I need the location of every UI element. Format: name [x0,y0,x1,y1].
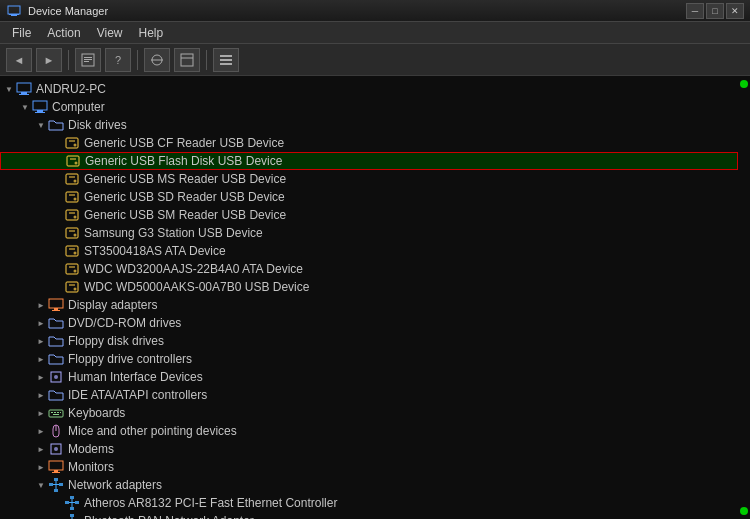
svg-point-43 [74,270,77,273]
tree-item-computer[interactable]: ▼Computer [0,98,738,116]
toolbar-separator-2 [137,50,138,70]
bottom-indicator [740,507,748,515]
expand-icon-root[interactable]: ▼ [4,83,14,95]
svg-rect-32 [66,210,78,220]
tree-item-ide[interactable]: ►IDE ATA/ATAPI controllers [0,386,738,404]
expand-icon-computer[interactable]: ▼ [20,101,30,113]
menu-help[interactable]: Help [131,24,172,42]
expand-icon-dvd-drives[interactable]: ► [36,317,46,329]
expand-icon-bluetooth-pan [52,515,62,519]
expand-icon-st3500 [52,245,62,257]
expand-icon-keyboards[interactable]: ► [36,407,46,419]
tree-item-floppy-ctrl[interactable]: ►Floppy drive controllers [0,350,738,368]
svg-rect-13 [220,63,232,65]
tree-item-keyboards[interactable]: ►Keyboards [0,404,738,422]
menu-view[interactable]: View [89,24,131,42]
device-icon-samsung [64,225,80,241]
tree-item-sm-reader[interactable]: Generic USB SM Reader USB Device [0,206,738,224]
scan-button[interactable] [144,48,170,72]
expand-icon-disk-drives[interactable]: ▼ [36,119,46,131]
item-label-keyboards: Keyboards [68,406,125,420]
tree-item-wdc3200[interactable]: WDC WD3200AAJS-22B4A0 ATA Device [0,260,738,278]
device-icon-computer [32,99,48,115]
expand-icon-display-adapters[interactable]: ► [36,299,46,311]
window-title: Device Manager [28,5,686,17]
forward-button[interactable]: ► [36,48,62,72]
menu-action[interactable]: Action [39,24,88,42]
expand-icon-ms-reader [52,173,62,185]
tree-item-display-adapters[interactable]: ►Display adapters [0,296,738,314]
item-label-st3500: ST3500418AS ATA Device [84,244,226,258]
tree-item-bluetooth-pan[interactable]: Bluetooth PAN Network Adapter [0,512,738,519]
tree-item-dvd-drives[interactable]: ►DVD/CD-ROM drives [0,314,738,332]
toolbar-separator-3 [206,50,207,70]
device-icon-sd-reader [64,189,80,205]
device-icon-keyboards [48,405,64,421]
view-button[interactable] [213,48,239,72]
expand-icon-flash-disk [53,155,63,167]
tree-item-monitors[interactable]: ►Monitors [0,458,738,476]
close-button[interactable]: ✕ [726,3,744,19]
tree-item-network[interactable]: ▼Network adapters [0,476,738,494]
tree-item-disk-drives[interactable]: ▼Disk drives [0,116,738,134]
svg-rect-15 [21,92,27,94]
tree-item-samsung[interactable]: Samsung G3 Station USB Device [0,224,738,242]
svg-rect-19 [35,112,45,113]
svg-rect-27 [69,176,75,178]
svg-rect-70 [70,496,74,499]
svg-rect-4 [84,57,92,58]
device-icon-floppy-ctrl [48,351,64,367]
svg-rect-29 [66,192,78,202]
device-tree[interactable]: ▼ANDRU2-PC▼Computer▼Disk drivesGeneric U… [0,76,738,519]
tree-item-atheros[interactable]: Atheros AR8132 PCI-E Fast Ethernet Contr… [0,494,738,512]
menu-file[interactable]: File [4,24,39,42]
device-icon-floppy-disk [48,333,64,349]
tree-item-ms-reader[interactable]: Generic USB MS Reader USB Device [0,170,738,188]
svg-rect-65 [54,489,58,492]
tree-item-mice[interactable]: ►Mice and other pointing devices [0,422,738,440]
tree-item-st3500[interactable]: ST3500418AS ATA Device [0,242,738,260]
expand-icon-modems[interactable]: ► [36,443,46,455]
svg-rect-53 [51,412,53,413]
svg-rect-44 [66,282,78,292]
item-label-hid: Human Interface Devices [68,370,203,384]
main-area: ▼ANDRU2-PC▼Computer▼Disk drivesGeneric U… [0,76,750,519]
tree-item-root[interactable]: ▼ANDRU2-PC [0,80,738,98]
expand-icon-hid[interactable]: ► [36,371,46,383]
device-icon-ide [48,387,64,403]
expand-icon-network[interactable]: ▼ [36,479,46,491]
expand-icon-ide[interactable]: ► [36,389,46,401]
expand-icon-floppy-ctrl[interactable]: ► [36,353,46,365]
tree-item-flash-disk[interactable]: Generic USB Flash Disk USB Device [0,152,738,170]
refresh-button[interactable] [174,48,200,72]
svg-rect-39 [69,248,75,250]
item-label-modems: Modems [68,442,114,456]
properties-button[interactable] [75,48,101,72]
expand-icon-monitors[interactable]: ► [36,461,46,473]
item-label-dvd-drives: DVD/CD-ROM drives [68,316,181,330]
svg-rect-72 [65,501,69,504]
svg-rect-23 [67,156,79,166]
tree-item-floppy-disk[interactable]: ►Floppy disk drives [0,332,738,350]
expand-icon-sd-reader [52,191,62,203]
svg-rect-12 [220,59,232,61]
tree-item-sd-reader[interactable]: Generic USB SD Reader USB Device [0,188,738,206]
expand-icon-sm-reader [52,209,62,221]
svg-rect-17 [33,101,47,110]
svg-point-40 [74,252,77,255]
help-button[interactable]: ? [105,48,131,72]
tree-item-wdc50[interactable]: WDC WD5000AAKS-00A7B0 USB Device [0,278,738,296]
tree-item-hid[interactable]: ►Human Interface Devices [0,368,738,386]
svg-rect-11 [220,55,232,57]
expand-icon-mice[interactable]: ► [36,425,46,437]
item-label-disk-drives: Disk drives [68,118,127,132]
minimize-button[interactable]: ─ [686,3,704,19]
item-label-monitors: Monitors [68,460,114,474]
maximize-button[interactable]: □ [706,3,724,19]
item-label-bluetooth-pan: Bluetooth PAN Network Adapter [84,514,254,519]
tree-item-modems[interactable]: ►Modems [0,440,738,458]
expand-icon-floppy-disk[interactable]: ► [36,335,46,347]
svg-point-28 [74,180,77,183]
tree-item-cf-reader[interactable]: Generic USB CF Reader USB Device [0,134,738,152]
back-button[interactable]: ◄ [6,48,32,72]
